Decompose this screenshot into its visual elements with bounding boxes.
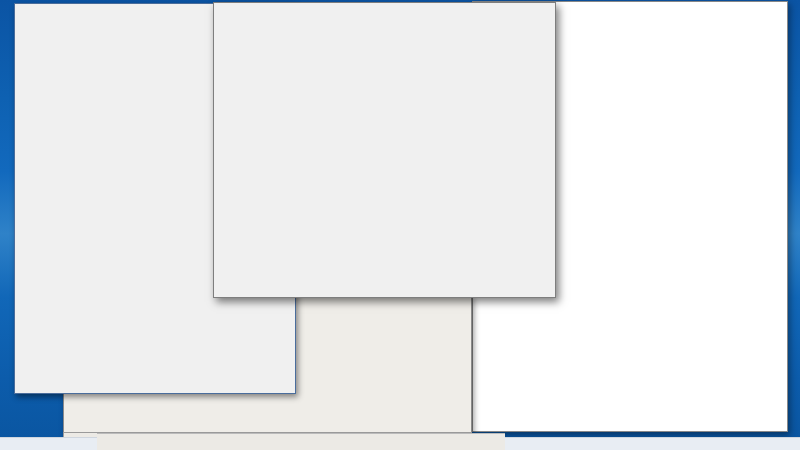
desktop-screenshot — [0, 0, 800, 450]
spectrogram-controls — [97, 433, 505, 450]
vb6-ide-window — [213, 2, 556, 298]
